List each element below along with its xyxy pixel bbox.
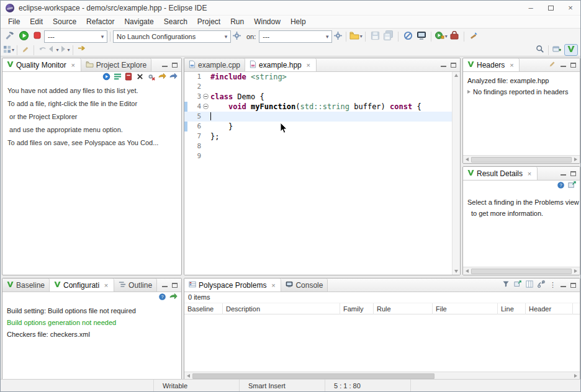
open-result-button[interactable] bbox=[566, 181, 577, 191]
scrollbar-thumb[interactable] bbox=[192, 373, 435, 379]
tab-example-cpp[interactable]: example.cpp bbox=[184, 58, 245, 71]
minimize-panel-icon[interactable] bbox=[441, 62, 446, 68]
findings-row[interactable]: No findings reported in headers bbox=[463, 86, 580, 97]
stop-quality-button[interactable] bbox=[145, 73, 156, 82]
target-settings-button[interactable] bbox=[332, 31, 343, 42]
column-header-description[interactable]: Description bbox=[223, 303, 340, 314]
tab-configuration[interactable]: Configurati × bbox=[50, 278, 114, 292]
annotate-button[interactable] bbox=[467, 30, 480, 43]
launch-settings-button[interactable] bbox=[231, 31, 242, 42]
save-all-button[interactable] bbox=[382, 30, 395, 43]
scroll-left-icon[interactable] bbox=[463, 267, 471, 275]
group-columns-icon[interactable] bbox=[526, 280, 533, 290]
column-header-header[interactable]: Header bbox=[526, 303, 573, 314]
menu-item-help[interactable]: Help bbox=[286, 16, 311, 27]
run-analysis-button[interactable] bbox=[17, 30, 30, 43]
skip-breakpoints-button[interactable] bbox=[401, 30, 415, 43]
menu-item-refactor[interactable]: Refactor bbox=[81, 16, 119, 27]
search-button[interactable] bbox=[534, 45, 546, 56]
close-tab-icon[interactable]: × bbox=[270, 282, 276, 289]
analysis-results-combo[interactable]: --- ▾ bbox=[44, 30, 107, 43]
help-button[interactable]: ? bbox=[555, 181, 566, 191]
column-header-rule[interactable]: Rule bbox=[374, 303, 433, 314]
menu-item-source[interactable]: Source bbox=[48, 16, 81, 27]
scrollbar-thumb[interactable] bbox=[471, 269, 572, 274]
tab-console[interactable]: Console bbox=[281, 278, 328, 292]
result-details-horizontal-scrollbar[interactable] bbox=[463, 267, 580, 275]
remove-file-button[interactable] bbox=[123, 73, 134, 82]
scroll-right-icon[interactable] bbox=[572, 267, 580, 275]
close-window-button[interactable]: × bbox=[561, 1, 580, 15]
tab-headers[interactable]: Headers × bbox=[463, 58, 520, 71]
new-wizard-button[interactable]: ▾ bbox=[349, 30, 363, 43]
tab-polyspace-problems[interactable]: Polyspace Problems × bbox=[184, 278, 281, 292]
editor-vertical-scrollbar[interactable] bbox=[452, 72, 460, 275]
save-button[interactable] bbox=[368, 30, 382, 43]
open-views-button[interactable]: ▾ bbox=[3, 45, 14, 56]
menu-item-search[interactable]: Search bbox=[159, 16, 192, 27]
menu-item-run[interactable]: Run bbox=[225, 16, 249, 27]
previous-edit-button[interactable] bbox=[37, 45, 48, 56]
apply-config-button[interactable] bbox=[168, 293, 179, 303]
launch-configuration-combo[interactable]: No Launch Configurations ▾ bbox=[113, 30, 231, 43]
help-button[interactable]: ? bbox=[156, 293, 168, 303]
code-line-3[interactable]: 3class Demo { bbox=[184, 92, 452, 102]
tab-result-details[interactable]: Result Details × bbox=[463, 167, 538, 180]
close-tab-icon[interactable]: × bbox=[526, 170, 533, 177]
export-report-button[interactable] bbox=[156, 73, 168, 82]
edit-icon[interactable] bbox=[549, 60, 556, 69]
fold-collapse-icon[interactable] bbox=[203, 94, 209, 99]
open-results-button[interactable] bbox=[168, 73, 179, 82]
code-line-6[interactable]: 6 } bbox=[184, 122, 452, 131]
open-perspective-button[interactable] bbox=[551, 45, 562, 56]
maximize-window-button[interactable] bbox=[541, 1, 561, 15]
maximize-panel-icon[interactable] bbox=[172, 63, 178, 68]
view-menu-icon[interactable]: ⋮ bbox=[549, 281, 556, 289]
column-header-family[interactable]: Family bbox=[340, 303, 374, 314]
minimize-panel-icon[interactable] bbox=[561, 62, 566, 68]
maximize-panel-icon[interactable] bbox=[451, 63, 456, 68]
run-quality-button[interactable] bbox=[101, 73, 112, 82]
minimize-panel-icon[interactable] bbox=[561, 282, 566, 288]
column-header-file[interactable]: File bbox=[433, 303, 498, 314]
close-tab-icon[interactable]: × bbox=[70, 61, 76, 69]
external-tools-button[interactable] bbox=[448, 30, 461, 43]
link-with-editor-button[interactable] bbox=[76, 45, 87, 56]
stop-analysis-button[interactable] bbox=[30, 30, 44, 43]
minimize-panel-icon[interactable] bbox=[162, 282, 168, 288]
code-line-4[interactable]: 4 void myFunction(std::string buffer) co… bbox=[184, 102, 452, 112]
code-line-1[interactable]: 1#include <string> bbox=[184, 72, 452, 82]
headers-horizontal-scrollbar[interactable] bbox=[463, 155, 580, 163]
link-icon[interactable] bbox=[538, 280, 545, 290]
minimize-window-button[interactable]: – bbox=[521, 1, 541, 15]
tab-project-explorer[interactable]: Project Explore bbox=[81, 58, 151, 71]
tab-example-hpp[interactable]: example.hpp × bbox=[245, 58, 317, 71]
menu-item-file[interactable]: File bbox=[3, 16, 25, 27]
minimize-panel-icon[interactable] bbox=[162, 62, 168, 68]
fold-collapse-icon[interactable] bbox=[203, 104, 209, 109]
close-tab-icon[interactable]: × bbox=[508, 61, 515, 69]
code-editor[interactable]: 1#include <string>23class Demo {4 void m… bbox=[184, 72, 460, 275]
menu-item-project[interactable]: Project bbox=[192, 16, 225, 27]
maximize-panel-icon[interactable] bbox=[172, 283, 178, 288]
console-button[interactable] bbox=[415, 30, 428, 43]
polyspace-perspective-button[interactable] bbox=[564, 44, 578, 56]
scroll-right-icon[interactable] bbox=[572, 156, 580, 164]
tab-baseline[interactable]: Baseline bbox=[2, 278, 50, 292]
scroll-left-icon[interactable] bbox=[463, 156, 471, 164]
menu-item-edit[interactable]: Edit bbox=[25, 16, 48, 27]
code-line-5[interactable]: 5 bbox=[184, 112, 452, 122]
clear-list-button[interactable] bbox=[134, 73, 145, 82]
expander-icon[interactable] bbox=[467, 90, 471, 94]
scroll-up-icon[interactable] bbox=[454, 74, 458, 77]
code-line-7[interactable]: 7}; bbox=[184, 131, 452, 141]
maximize-panel-icon[interactable] bbox=[570, 63, 576, 68]
column-header-line[interactable]: Line bbox=[498, 303, 526, 314]
back-button[interactable]: ▾ bbox=[48, 45, 59, 56]
list-files-button[interactable] bbox=[112, 73, 123, 82]
pin-editor-button[interactable] bbox=[20, 45, 31, 56]
tab-outline[interactable]: Outline bbox=[114, 278, 157, 292]
run-last-tool-button[interactable]: ▾ bbox=[434, 30, 448, 43]
code-line-9[interactable]: 9 bbox=[184, 151, 452, 161]
target-combo[interactable]: --- ▾ bbox=[259, 30, 332, 43]
